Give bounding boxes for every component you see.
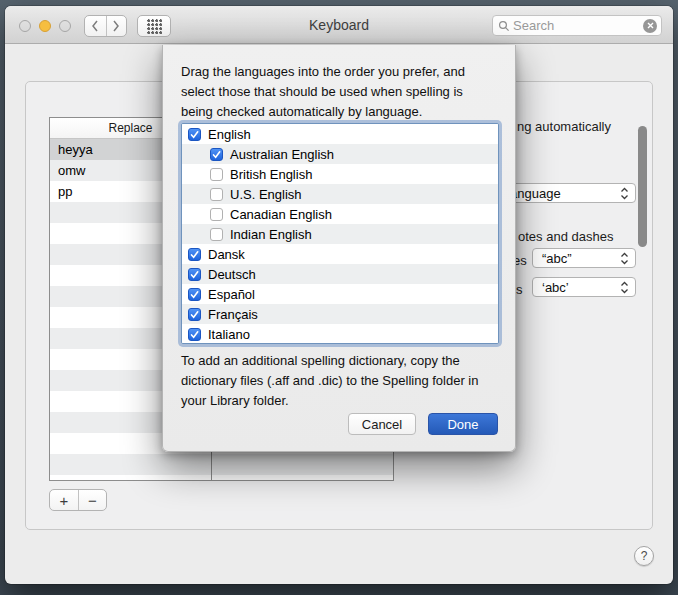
checkbox-unchecked-icon[interactable] bbox=[210, 188, 223, 201]
language-label: Français bbox=[208, 307, 258, 322]
language-row[interactable]: Canadian English bbox=[182, 204, 498, 224]
spelling-language-popup[interactable]: anguage bbox=[500, 183, 636, 203]
remove-button[interactable]: − bbox=[78, 490, 106, 510]
table-row[interactable] bbox=[50, 454, 393, 475]
checkbox-checked-icon[interactable] bbox=[188, 128, 201, 141]
language-label: U.S. English bbox=[230, 187, 302, 202]
smart-quotes-heading: otes and dashes bbox=[518, 229, 613, 244]
done-button[interactable]: Done bbox=[428, 413, 498, 435]
language-row[interactable]: U.S. English bbox=[182, 184, 498, 204]
search-icon bbox=[498, 20, 510, 32]
spelling-languages-dialog: Drag the languages into the order you pr… bbox=[162, 45, 516, 452]
desktop: Keyboard Replace heyyaomwpp bbox=[0, 0, 678, 595]
checkbox-unchecked-icon[interactable] bbox=[210, 168, 223, 181]
cancel-button[interactable]: Cancel bbox=[348, 413, 416, 435]
toolbar: Keyboard bbox=[5, 6, 673, 44]
search-field[interactable] bbox=[492, 15, 662, 36]
checkbox-checked-icon[interactable] bbox=[188, 328, 201, 341]
add-button[interactable]: + bbox=[50, 490, 78, 510]
language-label: Dansk bbox=[208, 247, 245, 262]
language-row[interactable]: British English bbox=[182, 164, 498, 184]
language-list[interactable]: EnglishAustralian EnglishBritish English… bbox=[181, 123, 499, 344]
language-row[interactable]: Indian English bbox=[182, 224, 498, 244]
table-row[interactable] bbox=[50, 475, 393, 481]
list-scrollbar-thumb[interactable] bbox=[638, 126, 647, 247]
language-label: Canadian English bbox=[230, 207, 332, 222]
checkbox-checked-icon[interactable] bbox=[188, 308, 201, 321]
checkbox-checked-icon[interactable] bbox=[188, 268, 201, 281]
clear-search-icon[interactable] bbox=[643, 19, 657, 33]
language-label: Australian English bbox=[230, 147, 334, 162]
checkbox-checked-icon[interactable] bbox=[188, 288, 201, 301]
double-quotes-popup[interactable]: “abc” bbox=[532, 248, 636, 268]
checkbox-checked-icon[interactable] bbox=[188, 248, 201, 261]
dialog-footer-text: To add an additional spelling dictionary… bbox=[181, 351, 506, 411]
replace-cell: pp bbox=[50, 184, 72, 199]
language-row[interactable]: English bbox=[182, 124, 498, 144]
checkbox-unchecked-icon[interactable] bbox=[210, 228, 223, 241]
help-button[interactable]: ? bbox=[634, 546, 654, 566]
single-quotes-label: s bbox=[516, 282, 523, 297]
checkbox-checked-icon[interactable] bbox=[210, 148, 223, 161]
preferences-window: Keyboard Replace heyyaomwpp bbox=[5, 6, 673, 584]
language-row[interactable]: Dansk bbox=[182, 244, 498, 264]
language-label: Indian English bbox=[230, 227, 312, 242]
replace-cell: heyya bbox=[50, 142, 93, 157]
spelling-automatically-label: ng automatically bbox=[517, 119, 611, 134]
language-label: Español bbox=[208, 287, 255, 302]
checkbox-unchecked-icon[interactable] bbox=[210, 208, 223, 221]
add-remove-control: + − bbox=[49, 489, 107, 511]
search-input[interactable] bbox=[510, 18, 643, 33]
replace-cell: omw bbox=[50, 163, 85, 178]
language-label: Italiano bbox=[208, 327, 250, 342]
language-label: Deutsch bbox=[208, 267, 256, 282]
popup-chevrons-icon bbox=[620, 252, 629, 268]
language-row[interactable]: Italiano bbox=[182, 324, 498, 344]
language-row[interactable]: Français bbox=[182, 304, 498, 324]
language-row[interactable]: Australian English bbox=[182, 144, 498, 164]
popup-chevrons-icon bbox=[620, 281, 629, 297]
language-row[interactable]: Deutsch bbox=[182, 264, 498, 284]
language-row[interactable]: Español bbox=[182, 284, 498, 304]
single-quotes-popup[interactable]: ‘abc’ bbox=[532, 277, 636, 297]
popup-chevrons-icon bbox=[620, 187, 629, 203]
language-label: British English bbox=[230, 167, 312, 182]
language-label: English bbox=[208, 127, 251, 142]
dialog-intro-text: Drag the languages into the order you pr… bbox=[181, 62, 506, 122]
